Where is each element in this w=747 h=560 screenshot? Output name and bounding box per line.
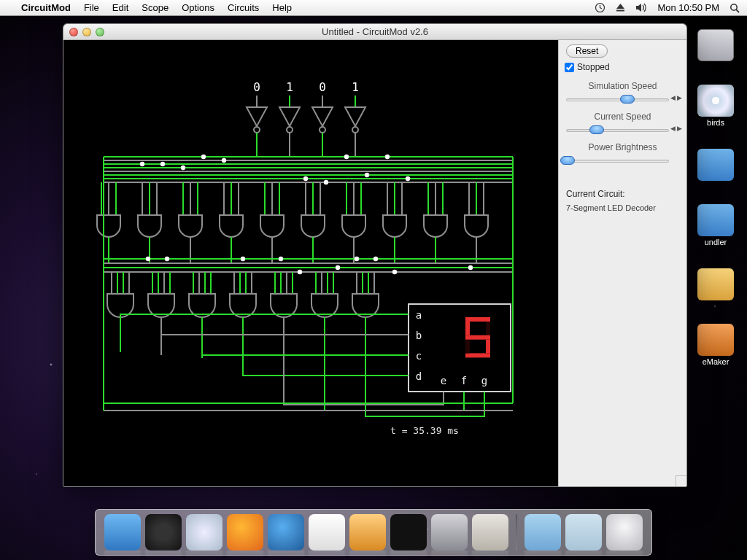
svg-point-29 (160, 162, 165, 166)
svg-text:1: 1 (286, 80, 293, 94)
current-circuit-label: Current Circuit: (563, 187, 682, 201)
svg-point-18 (352, 127, 358, 133)
dock-trash[interactable] (606, 514, 643, 551)
dock-thunderbird[interactable] (268, 514, 304, 551)
menu-help[interactable]: Help (266, 0, 298, 16)
close-button[interactable] (69, 28, 78, 36)
side-panel: Reset Stopped Simulation Speed ◀▶ Curren… (558, 40, 686, 486)
chevron-left-icon[interactable]: ◀ (670, 125, 676, 132)
titlebar[interactable]: Untitled - CircuitMod v2.6 (63, 24, 686, 40)
svg-point-34 (324, 180, 328, 184)
dock-sysprefs[interactable] (431, 514, 468, 551)
svg-point-88 (336, 265, 340, 270)
svg-line-3 (736, 9, 739, 12)
svg-point-28 (140, 162, 144, 166)
desktop-app[interactable]: eMaker (690, 324, 741, 366)
circuit-svg[interactable]: 0101abcdefgt = 35.39 ms (63, 40, 558, 487)
window-title: Untitled - CircuitMod v2.6 (63, 26, 686, 37)
svg-text:d: d (416, 370, 422, 382)
reset-button[interactable]: Reset (566, 44, 608, 58)
svg-text:1: 1 (352, 80, 359, 94)
dock-app[interactable] (349, 514, 386, 551)
dock-folder-2[interactable] (565, 514, 602, 551)
dock-firefox[interactable] (227, 514, 263, 551)
menu-scope[interactable]: Scope (135, 0, 175, 16)
timemachine-icon[interactable] (595, 2, 605, 13)
svg-point-89 (355, 257, 359, 261)
svg-text:0: 0 (253, 80, 260, 94)
dock-dashboard[interactable] (145, 514, 182, 551)
desktop-folder1[interactable] (690, 149, 741, 182)
cur-speed-label: Current Speed (563, 112, 682, 122)
zoom-button[interactable] (96, 28, 104, 36)
svg-text:e: e (441, 375, 446, 386)
minimize-button[interactable] (82, 28, 91, 36)
svg-point-10 (287, 127, 293, 133)
svg-point-87 (298, 270, 302, 274)
stopped-label: Stopped (577, 62, 610, 72)
menu-edit[interactable]: Edit (106, 0, 135, 16)
svg-rect-142 (465, 335, 490, 340)
dock-chip[interactable] (472, 514, 508, 551)
svg-point-91 (392, 270, 397, 274)
menubar-clock[interactable]: Mon 10:50 PM (657, 2, 719, 13)
svg-text:a: a (416, 309, 422, 321)
stopped-checkbox[interactable]: Stopped (565, 62, 681, 72)
desktop-folder2[interactable]: undler (690, 204, 741, 246)
cur-speed-slider[interactable]: ◀▶ (563, 123, 682, 136)
svg-point-30 (181, 166, 185, 170)
app-menu[interactable]: CircuitMod (15, 0, 77, 16)
svg-text:b: b (416, 330, 422, 341)
chevron-right-icon[interactable]: ▶ (677, 94, 682, 101)
desktop-icons: birds undler eMaker (690, 29, 741, 366)
eject-icon[interactable] (616, 3, 625, 12)
svg-text:0: 0 (319, 80, 326, 94)
svg-point-2 (731, 4, 737, 9)
chevron-left-icon[interactable]: ◀ (670, 94, 676, 101)
svg-text:f: f (461, 375, 467, 386)
dock-finder[interactable] (104, 514, 141, 551)
menu-options[interactable]: Options (175, 0, 221, 16)
sim-speed-slider[interactable]: ◀▶ (563, 93, 682, 106)
sim-speed-label: Simulation Speed (563, 81, 682, 91)
svg-point-83 (146, 257, 150, 261)
dock-folder-1[interactable] (525, 514, 561, 551)
desktop-box[interactable] (690, 268, 741, 302)
svg-point-33 (303, 176, 308, 181)
svg-rect-136 (465, 317, 490, 322)
svg-point-36 (365, 173, 369, 177)
apple-menu[interactable] (7, 0, 15, 16)
dock-terminal[interactable] (390, 514, 427, 551)
svg-point-14 (320, 127, 325, 133)
dock (0, 509, 747, 556)
menubar: CircuitMod File Edit Scope Options Circu… (0, 0, 747, 16)
svg-rect-141 (465, 322, 470, 335)
current-circuit-name: 7-Segment LED Decoder (563, 202, 682, 214)
resize-grip[interactable] (676, 475, 686, 486)
svg-rect-139 (465, 353, 490, 357)
svg-point-92 (468, 265, 473, 270)
svg-rect-138 (486, 340, 490, 354)
svg-rect-1 (616, 10, 624, 12)
svg-rect-140 (465, 340, 470, 354)
power-bright-slider[interactable] (563, 154, 682, 167)
stopped-checkbox-input[interactable] (565, 63, 574, 72)
dock-textedit[interactable] (309, 514, 345, 551)
menu-circuits[interactable]: Circuits (221, 0, 266, 16)
svg-text:g: g (481, 375, 487, 386)
svg-point-85 (241, 257, 245, 261)
svg-point-35 (344, 155, 349, 159)
chevron-right-icon[interactable]: ▶ (677, 125, 682, 132)
svg-point-84 (165, 257, 169, 261)
svg-point-31 (201, 155, 206, 159)
svg-point-90 (374, 257, 378, 261)
desktop-disc[interactable]: birds (690, 85, 741, 127)
menu-file[interactable]: File (77, 0, 106, 16)
circuit-canvas[interactable]: 0101abcdefgt = 35.39 ms (63, 40, 558, 486)
desktop-hd[interactable] (690, 29, 741, 63)
search-icon[interactable] (729, 3, 740, 13)
volume-icon[interactable] (635, 3, 647, 12)
svg-point-6 (254, 127, 260, 133)
dock-safari[interactable] (186, 514, 222, 551)
svg-point-32 (222, 158, 226, 163)
